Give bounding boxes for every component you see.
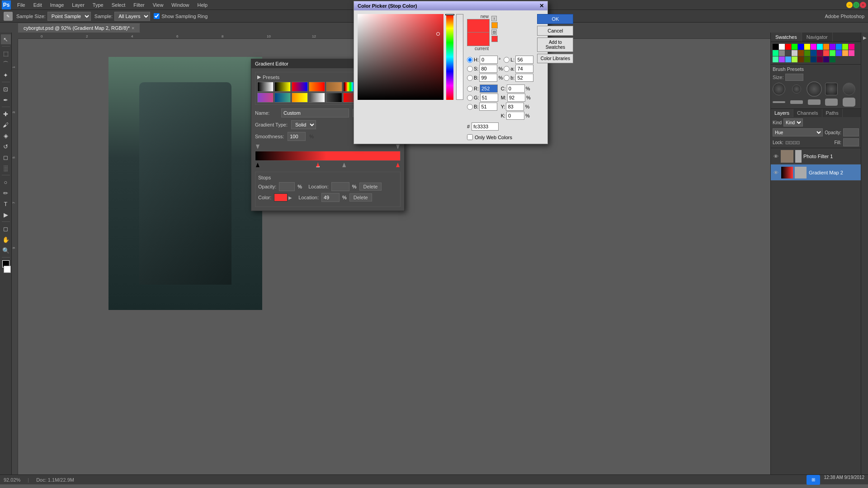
brush-preset-5[interactable] bbox=[843, 83, 855, 95]
swatch-color[interactable] bbox=[798, 44, 804, 50]
swatch-color[interactable] bbox=[773, 50, 778, 56]
opacity-stop-left[interactable] bbox=[256, 145, 259, 149]
preset-item-2[interactable] bbox=[292, 82, 308, 92]
expand-btn[interactable]: ▶ bbox=[862, 34, 868, 41]
crop-tool[interactable]: ⊡ bbox=[1, 84, 11, 94]
healing-tool[interactable]: ✚ bbox=[1, 109, 11, 119]
color-saturation-brightness-field[interactable] bbox=[358, 14, 443, 100]
Y-input[interactable] bbox=[506, 103, 524, 111]
current-color-box[interactable] bbox=[467, 33, 490, 46]
swatch-color[interactable] bbox=[842, 50, 848, 56]
b2-input[interactable] bbox=[515, 74, 533, 82]
brush-preset-4[interactable] bbox=[825, 83, 838, 95]
menu-file[interactable]: File bbox=[14, 1, 29, 9]
smoothness-input[interactable] bbox=[288, 132, 306, 141]
swatch-color[interactable] bbox=[785, 44, 791, 50]
gradient-tool[interactable]: ░ bbox=[1, 163, 11, 173]
preset-item-9[interactable] bbox=[274, 93, 291, 103]
sample-size-select[interactable]: Point Sample bbox=[47, 12, 91, 21]
location-opacity-input[interactable] bbox=[331, 182, 349, 191]
swatch-color[interactable] bbox=[779, 56, 785, 62]
s-radio[interactable] bbox=[467, 66, 473, 72]
swatch-color[interactable] bbox=[804, 50, 810, 56]
background-color[interactable] bbox=[4, 266, 11, 273]
hue-slider[interactable] bbox=[446, 14, 453, 100]
preset-item-11[interactable] bbox=[309, 93, 325, 103]
b-input[interactable] bbox=[479, 74, 497, 82]
paths-tab[interactable]: Paths bbox=[822, 109, 843, 117]
swatch-color[interactable] bbox=[849, 44, 854, 50]
out-of-gamut-color[interactable] bbox=[491, 22, 498, 28]
L-radio[interactable] bbox=[504, 57, 509, 63]
tool-icon[interactable]: ✎ bbox=[4, 12, 13, 21]
document-tab-close[interactable]: × bbox=[132, 25, 134, 31]
color-picker-close[interactable]: ✕ bbox=[539, 3, 544, 9]
close-button[interactable]: × bbox=[860, 2, 866, 8]
preset-item-4[interactable] bbox=[326, 82, 342, 92]
hand-tool[interactable]: ✋ bbox=[1, 235, 11, 244]
swatch-color[interactable] bbox=[785, 56, 791, 62]
channels-tab[interactable]: Channels bbox=[793, 109, 822, 117]
sample-select[interactable]: All Layers bbox=[114, 12, 150, 21]
swatch-color[interactable] bbox=[798, 56, 804, 62]
quick-select-tool[interactable]: ✦ bbox=[1, 70, 11, 80]
a-input[interactable] bbox=[515, 65, 533, 73]
opacity-input[interactable]: 25% bbox=[843, 128, 859, 136]
eyedropper-tool[interactable]: ✒ bbox=[1, 95, 11, 105]
color-stop-black[interactable] bbox=[256, 163, 259, 167]
swatch-color[interactable] bbox=[811, 44, 816, 50]
layer-kind-select[interactable]: Kind bbox=[783, 118, 803, 127]
brush-preset-10[interactable] bbox=[843, 98, 855, 107]
R-input[interactable] bbox=[480, 84, 498, 93]
add-to-swatches-button[interactable]: Add to Swatches bbox=[537, 38, 573, 52]
swatch-color[interactable] bbox=[830, 50, 835, 56]
gradient-type-select[interactable]: Solid bbox=[291, 120, 316, 129]
menu-view[interactable]: View bbox=[149, 1, 167, 9]
G-radio[interactable] bbox=[467, 95, 473, 101]
menu-filter[interactable]: Filter bbox=[130, 1, 148, 9]
gradient-preview-bar[interactable] bbox=[255, 151, 401, 161]
swatch-color[interactable] bbox=[830, 44, 835, 50]
b2-radio[interactable] bbox=[504, 75, 509, 81]
new-color-box[interactable] bbox=[467, 19, 490, 33]
color-location-input[interactable] bbox=[321, 193, 340, 202]
transparency-slider[interactable] bbox=[456, 14, 463, 100]
swatch-color[interactable] bbox=[849, 50, 854, 56]
a-radio[interactable] bbox=[504, 66, 509, 72]
preset-item-8[interactable] bbox=[257, 93, 274, 103]
brush-size-input[interactable] bbox=[785, 74, 803, 81]
K-input[interactable] bbox=[506, 112, 524, 120]
brush-preset-7[interactable] bbox=[790, 100, 803, 104]
preset-item-10[interactable] bbox=[292, 93, 308, 103]
brush-preset-1[interactable] bbox=[773, 83, 785, 95]
color-swatch-arrow[interactable]: ▶ bbox=[288, 195, 292, 200]
document-tab[interactable]: cyborgtut.psd @ 92% (Gradient Map 2, RGB… bbox=[18, 23, 140, 33]
color-stop-red-1[interactable] bbox=[316, 163, 320, 167]
name-input[interactable] bbox=[281, 108, 349, 117]
only-web-colors-checkbox[interactable] bbox=[467, 134, 473, 140]
clone-tool[interactable]: ◈ bbox=[1, 131, 11, 141]
web-safe-icon[interactable]: ⊡ bbox=[491, 29, 497, 35]
brush-preset-8[interactable] bbox=[808, 99, 821, 105]
pen-tool[interactable]: ✏ bbox=[1, 188, 11, 198]
swatch-color[interactable] bbox=[773, 56, 778, 62]
brush-tool[interactable]: 🖌 bbox=[1, 120, 11, 130]
layer-item-photof[interactable]: 👁 Photo Filter 1 bbox=[771, 148, 861, 164]
dodge-tool[interactable]: ○ bbox=[1, 177, 11, 187]
menu-help[interactable]: Help bbox=[193, 1, 211, 9]
opacity-value-input[interactable] bbox=[279, 182, 295, 191]
swatch-color[interactable] bbox=[798, 50, 804, 56]
layers-tab[interactable]: Layers bbox=[771, 109, 793, 117]
preset-item-0[interactable] bbox=[257, 82, 274, 92]
swatch-color[interactable] bbox=[817, 44, 823, 50]
preset-item-12[interactable] bbox=[326, 93, 342, 103]
opacity-stop-right[interactable] bbox=[396, 145, 400, 149]
swatch-color[interactable] bbox=[811, 50, 816, 56]
lasso-tool[interactable]: ⌒ bbox=[1, 59, 11, 69]
swatch-color[interactable] bbox=[836, 50, 842, 56]
swatch-color[interactable] bbox=[792, 44, 797, 50]
swatch-color[interactable] bbox=[773, 44, 778, 50]
B3-input[interactable] bbox=[479, 103, 497, 111]
preset-item-3[interactable] bbox=[309, 82, 325, 92]
menu-edit[interactable]: Edit bbox=[30, 1, 46, 9]
